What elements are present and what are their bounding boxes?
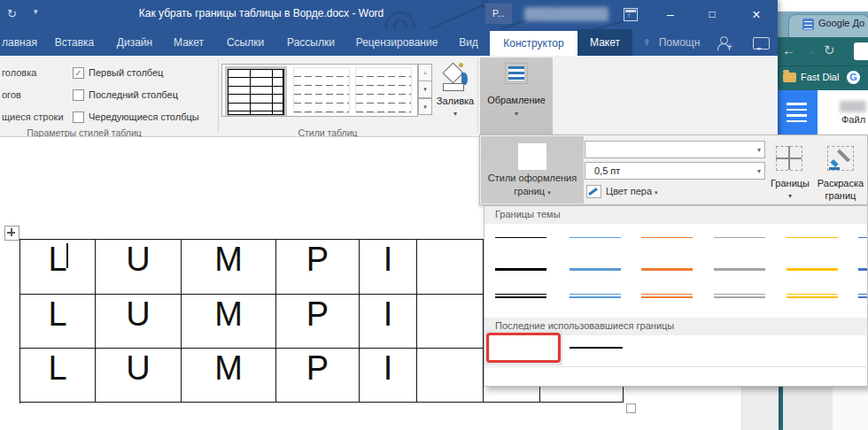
theme-border-swatch[interactable] bbox=[570, 262, 621, 276]
border-painter-button[interactable]: Раскраска границ bbox=[814, 139, 867, 203]
table-move-handle[interactable] bbox=[4, 226, 19, 241]
border-painter-label-1: Раскраска bbox=[814, 178, 867, 188]
table-cell[interactable]: U bbox=[96, 240, 182, 295]
border-styles-button[interactable]: Стили оформления границ ▾ bbox=[481, 136, 584, 203]
tab-insert[interactable]: Вставка bbox=[50, 29, 99, 56]
theme-border-swatch[interactable] bbox=[858, 231, 868, 245]
first-column-checkbox[interactable]: ✓ bbox=[73, 67, 84, 79]
table-cell[interactable] bbox=[417, 295, 484, 349]
bookmark-fast-dial[interactable]: Fast Dial bbox=[801, 72, 839, 82]
table-cell[interactable] bbox=[417, 240, 484, 295]
minimize-button[interactable]: – bbox=[656, 0, 685, 29]
comments-icon[interactable] bbox=[753, 37, 770, 50]
table-cell[interactable]: M bbox=[182, 349, 276, 403]
theme-border-swatch[interactable] bbox=[714, 231, 765, 245]
close-button[interactable]: × bbox=[742, 0, 771, 29]
tab-references[interactable]: Ссылки bbox=[220, 29, 271, 56]
account-name[interactable]: Р... bbox=[485, 4, 512, 24]
combo-arrow-icon[interactable]: ▾ bbox=[757, 167, 761, 175]
theme-border-swatch[interactable] bbox=[787, 231, 838, 245]
table-cell[interactable] bbox=[417, 349, 484, 403]
theme-border-swatch[interactable] bbox=[495, 289, 546, 303]
borders-button[interactable]: Границы ▾ bbox=[769, 139, 811, 203]
gallery-more-button[interactable]: ▾ bbox=[418, 97, 432, 115]
tab-home[interactable]: лавная bbox=[0, 29, 39, 56]
browser-back-icon[interactable]: ← bbox=[782, 42, 795, 59]
tab-design[interactable]: Дизайн bbox=[110, 29, 159, 56]
border-styles-arrow: ▾ bbox=[547, 189, 551, 196]
browser-tab-title: Google До bbox=[818, 18, 868, 28]
table-cell[interactable]: P bbox=[276, 295, 360, 349]
tab-table-design[interactable]: Конструктор bbox=[490, 31, 577, 56]
border-styles-label-1: Стили оформления bbox=[481, 173, 584, 183]
table-cell[interactable]: M bbox=[182, 240, 276, 295]
tab-layout[interactable]: Макет bbox=[168, 29, 209, 56]
table-cell[interactable]: I bbox=[360, 295, 417, 349]
google-favicon[interactable]: G bbox=[847, 71, 860, 84]
redo-icon[interactable]: ↻ bbox=[7, 7, 17, 20]
pen-color-button[interactable]: Цвет пера ▾ bbox=[606, 186, 658, 196]
table-cell[interactable]: P bbox=[276, 240, 360, 295]
theme-border-swatch[interactable] bbox=[570, 231, 621, 245]
banded-columns-checkbox[interactable] bbox=[73, 111, 84, 123]
combo-arrow-icon[interactable]: ▾ bbox=[757, 146, 761, 154]
browser-address-bar[interactable] bbox=[854, 42, 868, 60]
share-person-icon[interactable]: + bbox=[717, 36, 732, 50]
theme-border-swatch[interactable] bbox=[495, 262, 546, 276]
ribbon-display-options-icon[interactable] bbox=[624, 8, 638, 21]
borders-grid-icon bbox=[776, 146, 802, 171]
border-sampler-item[interactable]: Образец границы bbox=[484, 367, 867, 386]
theme-border-swatch[interactable] bbox=[641, 231, 693, 245]
theme-border-swatch[interactable] bbox=[858, 262, 868, 276]
tab-help[interactable]: Помощн bbox=[654, 29, 705, 56]
line-weight-combobox[interactable]: 0,5 пт ▾ bbox=[585, 162, 765, 180]
tab-table-layout[interactable]: Макет bbox=[577, 29, 632, 56]
table-cell[interactable]: U bbox=[96, 295, 182, 349]
browser-top-strip bbox=[778, 0, 868, 12]
theme-border-swatch[interactable] bbox=[787, 262, 838, 276]
borders-group-button[interactable]: Обрамление ▾ bbox=[480, 58, 553, 135]
gallery-scroll-up[interactable]: ▴ bbox=[418, 64, 432, 81]
line-style-combobox[interactable]: ▾ bbox=[585, 141, 765, 158]
table-style-selected[interactable] bbox=[225, 66, 287, 116]
theme-border-swatch[interactable] bbox=[714, 289, 765, 303]
tab-view[interactable]: Вид bbox=[452, 29, 485, 56]
table-cell[interactable]: U bbox=[96, 349, 182, 403]
table-cell[interactable]: I bbox=[360, 240, 417, 295]
browser-forward-icon[interactable]: → bbox=[802, 42, 816, 59]
table-style-thumbnail bbox=[228, 69, 284, 115]
gallery-scroll-down[interactable]: ▾ bbox=[418, 81, 432, 98]
border-painter-brush-icon bbox=[827, 146, 854, 171]
border-styles-menu: Границы темы Последние использовавшиеся … bbox=[484, 205, 868, 387]
borders-group-label: Обрамление bbox=[480, 95, 553, 105]
table-cell[interactable]: L bbox=[20, 295, 96, 349]
table-cell[interactable]: M bbox=[182, 295, 276, 349]
table-cell[interactable]: P bbox=[276, 349, 360, 403]
qat-customize-icon[interactable]: ▾ bbox=[34, 7, 38, 16]
last-column-label: Последний столбец bbox=[89, 89, 178, 100]
tab-review[interactable]: Рецензирование bbox=[351, 29, 443, 56]
maximize-button[interactable]: □ bbox=[698, 0, 726, 29]
file-menu-item[interactable]: Файл bbox=[841, 114, 865, 125]
theme-borders-header: Границы темы bbox=[484, 206, 868, 224]
theme-border-swatch[interactable] bbox=[641, 262, 693, 276]
table-style-thumbnail[interactable] bbox=[293, 67, 350, 113]
theme-border-swatch[interactable] bbox=[787, 289, 838, 303]
theme-border-swatch[interactable] bbox=[858, 289, 868, 303]
table-cell[interactable]: L bbox=[20, 349, 96, 403]
browser-reload-icon[interactable]: ↻ bbox=[824, 42, 835, 59]
theme-border-swatch[interactable] bbox=[714, 262, 765, 276]
table-cell[interactable]: L bbox=[20, 240, 96, 295]
shading-button[interactable]: Заливка ▾ bbox=[434, 58, 477, 134]
last-column-checkbox[interactable] bbox=[73, 89, 84, 101]
hamburger-menu-button[interactable] bbox=[778, 90, 818, 134]
table-styles-gallery bbox=[221, 64, 418, 117]
tab-mailings[interactable]: Рассылки bbox=[282, 29, 340, 56]
table-style-thumbnail[interactable] bbox=[355, 67, 412, 113]
theme-border-swatch[interactable] bbox=[495, 231, 546, 245]
ribbon-tab-row: лавная Вставка Дизайн Макет Ссылки Рассы… bbox=[0, 29, 778, 56]
theme-border-swatch[interactable] bbox=[641, 289, 693, 303]
table-resize-handle[interactable] bbox=[626, 403, 636, 413]
table-cell[interactable]: I bbox=[360, 349, 417, 403]
theme-border-swatch[interactable] bbox=[570, 289, 621, 303]
